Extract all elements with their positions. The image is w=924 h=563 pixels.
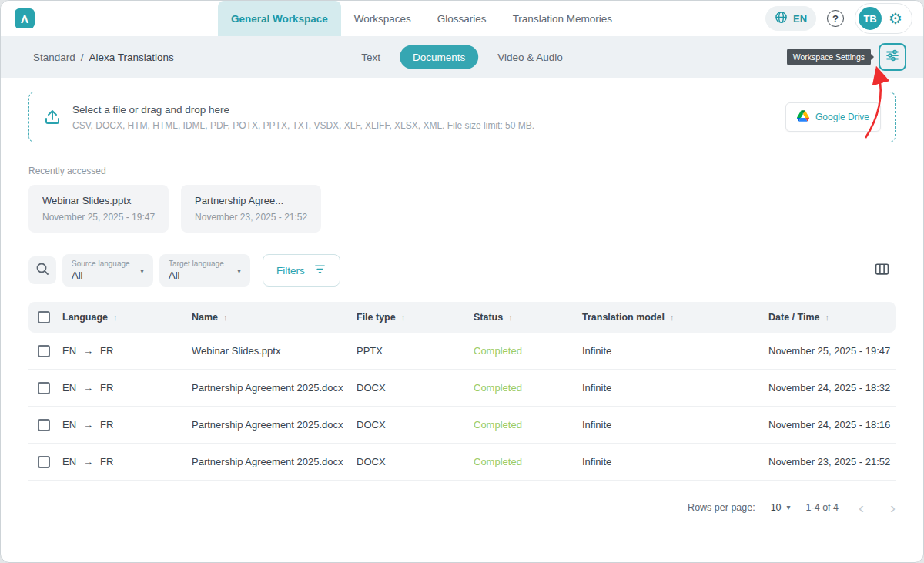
language-cell: EN → FR [62,345,192,357]
tab-translation-memories[interactable]: Translation Memories [500,1,625,36]
workspace-settings-tooltip: Workspace Settings [787,49,871,65]
column-header-translation-model[interactable]: Translation model↑ [582,312,768,323]
datetime-cell: November 25, 2025 - 19:47 [768,345,896,357]
model-cell: Infinite [582,419,768,431]
avatar[interactable]: TB [859,7,882,30]
rows-per-page-select[interactable]: 10 ▾ [771,502,791,513]
source-language-label: Source language [72,260,130,268]
recent-file-card[interactable]: Webinar Slides.pptx November 25, 2025 - … [28,185,169,233]
name-cell: Partnership Agreement 2025.docx [192,382,357,394]
arrow-right-icon: → [83,456,93,467]
search-icon [35,262,49,279]
upload-icon [43,108,62,126]
model-cell: Infinite [582,456,768,467]
top-bar: Λ General Workspace Workspaces Glossarie… [1,1,923,36]
status-badge: Completed [474,456,582,467]
next-page-button[interactable]: › [890,499,896,515]
target-language-dropdown[interactable]: Target language All ▾ [159,254,250,287]
recently-accessed-label: Recently accessed [28,166,896,176]
language-cell: EN → FR [62,456,192,467]
google-drive-label: Google Drive [815,112,869,122]
app-window: Λ General Workspace Workspaces Glossarie… [0,0,924,563]
table-row[interactable]: EN → FR Partnership Agreement 2025.docx … [28,407,896,444]
tab-general-workspace[interactable]: General Workspace [218,1,341,36]
search-button[interactable] [28,256,56,284]
file-type-cell: DOCX [357,382,474,394]
previous-page-button[interactable]: ‹ [859,499,864,515]
target-language-label: Target language [169,260,224,268]
column-header-name[interactable]: Name↑ [192,312,357,323]
language-label: EN [793,13,807,25]
pagination-range: 1-4 of 4 [806,502,839,513]
table-row[interactable]: EN → FR Partnership Agreement 2025.docx … [28,444,896,481]
row-checkbox[interactable] [38,382,50,394]
language-cell: EN → FR [62,419,192,431]
tab-video-audio[interactable]: Video & Audio [484,45,576,69]
arrow-right-icon: → [83,419,93,431]
google-drive-icon [797,110,809,124]
target-language-value: All [169,270,224,281]
file-type-cell: DOCX [357,419,474,431]
top-right-controls: EN ? TB ⚙ [765,1,912,36]
column-header-date-time[interactable]: Date / Time↑ [768,312,896,323]
sort-asc-icon: ↑ [825,313,829,322]
view-columns-icon [875,262,889,280]
workspace-settings-button[interactable] [879,43,906,71]
recent-file-card[interactable]: Partnership Agree... November 23, 2025 -… [181,185,321,233]
name-cell: Partnership Agreement 2025.docx [192,419,357,431]
breadcrumb-current: Alexa Translations [89,52,174,63]
question-icon: ? [832,13,839,25]
model-cell: Infinite [582,345,768,357]
column-header-file-type[interactable]: File type↑ [357,312,474,323]
workspace-header: Standard / Alexa Translations Text Docum… [1,36,923,78]
status-badge: Completed [474,382,582,394]
sort-asc-icon: ↑ [401,313,406,322]
recent-file-date: November 23, 2025 - 21:52 [195,212,307,223]
recent-file-name: Partnership Agree... [195,195,307,206]
recently-accessed-list: Webinar Slides.pptx November 25, 2025 - … [28,185,896,233]
column-header-status[interactable]: Status↑ [474,312,582,323]
workspace-settings-area: Workspace Settings [787,43,906,71]
row-checkbox[interactable] [38,419,50,431]
table-row[interactable]: EN → FR Partnership Agreement 2025.docx … [28,370,896,407]
gear-icon[interactable]: ⚙ [889,11,902,26]
breadcrumb-root[interactable]: Standard [33,52,75,63]
tune-sliders-icon [886,49,899,65]
tab-documents[interactable]: Documents [400,45,478,69]
file-type-cell: DOCX [357,456,474,467]
tab-workspaces[interactable]: Workspaces [341,1,424,36]
model-cell: Infinite [582,382,768,394]
column-header-language[interactable]: Language↑ [62,312,192,323]
top-navigation: General Workspace Workspaces Glossaries … [218,1,625,36]
tab-glossaries[interactable]: Glossaries [424,1,500,36]
status-badge: Completed [474,345,582,357]
datetime-cell: November 24, 2025 - 18:32 [768,382,896,394]
google-drive-button[interactable]: Google Drive [785,102,881,132]
rows-per-page-label: Rows per page: [688,502,755,513]
content-type-tabs: Text Documents Video & Audio [348,45,576,69]
select-all-checkbox[interactable] [38,311,50,323]
help-button[interactable]: ? [827,10,844,27]
table-row[interactable]: EN → FR Webinar Slides.pptx PPTX Complet… [28,333,896,370]
language-selector[interactable]: EN [765,6,816,31]
tab-text[interactable]: Text [348,45,393,69]
arrow-right-icon: → [83,382,93,394]
sort-asc-icon: ↑ [670,313,675,322]
table-header-row: Language↑ Name↑ File type↑ Status↑ Trans… [28,302,896,333]
datetime-cell: November 24, 2025 - 18:16 [768,419,896,431]
chevron-down-icon: ▾ [228,266,241,275]
chevron-down-icon: ▾ [131,266,144,275]
sort-asc-icon: ↑ [223,313,228,322]
recent-file-name: Webinar Slides.pptx [42,195,155,206]
column-settings-button[interactable] [868,256,896,284]
filters-button[interactable]: Filters [263,254,340,287]
source-language-value: All [72,270,130,281]
breadcrumb: Standard / Alexa Translations [33,52,174,63]
status-badge: Completed [474,419,582,431]
recent-file-date: November 25, 2025 - 19:47 [42,212,155,223]
file-type-cell: PPTX [357,345,474,357]
row-checkbox[interactable] [38,345,50,357]
file-dropzone[interactable]: Select a file or drag and drop here CSV,… [28,92,896,142]
source-language-dropdown[interactable]: Source language All ▾ [62,254,153,287]
row-checkbox[interactable] [38,456,50,468]
